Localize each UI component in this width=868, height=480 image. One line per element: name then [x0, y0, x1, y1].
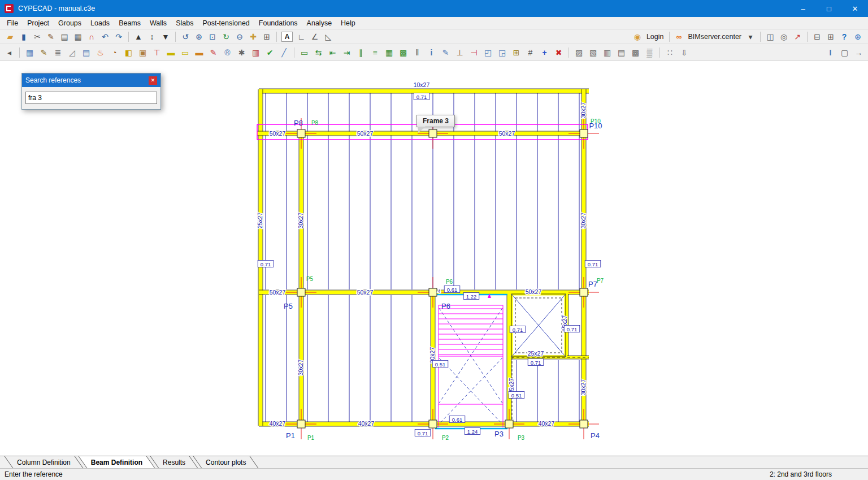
- window-config-icon[interactable]: ⊟: [810, 31, 824, 43]
- error-report-icon[interactable]: ▥: [249, 46, 263, 59]
- hatch-style-3-icon[interactable]: ▥: [600, 46, 614, 59]
- send-down-icon[interactable]: ⇩: [677, 46, 691, 59]
- save-icon[interactable]: ▮: [17, 31, 31, 43]
- menu-post-tensioned[interactable]: Post-tensioned: [198, 18, 254, 29]
- collapse-left-icon[interactable]: ◂: [2, 46, 16, 59]
- sheet-view-icon[interactable]: ▢: [837, 46, 852, 59]
- measure-angle-icon[interactable]: ∠: [308, 31, 322, 43]
- stair-tool-icon[interactable]: ≣: [51, 46, 65, 59]
- arc-beam-icon[interactable]: ◔: [107, 46, 121, 59]
- login-label[interactable]: Login: [646, 33, 664, 41]
- menu-slabs[interactable]: Slabs: [171, 18, 198, 29]
- cut-icon[interactable]: ✂: [31, 31, 44, 43]
- bars-icon[interactable]: ‖: [410, 46, 424, 59]
- hatch-style-2-icon[interactable]: ▧: [586, 46, 600, 59]
- zoom-window-icon[interactable]: ⊡: [206, 31, 219, 43]
- edit-panel-icon[interactable]: ✎: [439, 46, 453, 59]
- share-icon[interactable]: ↗: [791, 31, 804, 43]
- open-job-icon[interactable]: ▰: [3, 31, 17, 43]
- undo-icon[interactable]: ↶: [98, 31, 112, 43]
- redo-icon[interactable]: ↷: [112, 31, 125, 43]
- move-beam-icon[interactable]: ⇆: [311, 46, 326, 59]
- beam-definition-icon[interactable]: ▦: [23, 46, 37, 59]
- menu-walls[interactable]: Walls: [145, 18, 171, 29]
- login-icon[interactable]: ◉: [631, 31, 644, 43]
- frame-grid-icon[interactable]: ▦: [382, 46, 396, 59]
- check-beam-icon[interactable]: ✔: [263, 46, 277, 59]
- beam-table-icon[interactable]: ▤: [79, 46, 93, 59]
- zoom-previous-icon[interactable]: ↺: [179, 31, 192, 43]
- depth-tool-icon[interactable]: ⊥: [453, 46, 467, 59]
- group-up-icon[interactable]: ▲: [132, 31, 145, 43]
- tab-beam-definition[interactable]: Beam Definition: [81, 456, 153, 468]
- maximize-button[interactable]: □: [816, 0, 842, 17]
- web-help-icon[interactable]: ⊕: [851, 31, 865, 43]
- dropped-beam-icon[interactable]: ▭: [178, 46, 192, 59]
- panel-copy-icon[interactable]: ◲: [495, 46, 509, 59]
- new-window-icon[interactable]: ⊞: [824, 31, 837, 43]
- report-icon[interactable]: ▦: [71, 31, 85, 43]
- beam-info-icon[interactable]: ®: [220, 46, 235, 59]
- menu-project[interactable]: Project: [23, 18, 54, 29]
- export-model-icon[interactable]: ◫: [763, 31, 777, 43]
- bimserver-label[interactable]: BIMserver.center: [688, 33, 741, 41]
- group-down-icon[interactable]: ▼: [159, 31, 172, 43]
- drawing-canvas[interactable]: 10x2750x2750x2750x2750x2750x2750x2740x27…: [0, 61, 868, 456]
- next-panel-icon[interactable]: →: [852, 46, 866, 59]
- reference-tag-icon[interactable]: ◧: [121, 46, 136, 59]
- numbering-icon[interactable]: #: [523, 46, 537, 59]
- tab-contour-plots[interactable]: Contour plots: [196, 456, 256, 468]
- zoom-out-icon[interactable]: ⊖: [233, 31, 246, 43]
- hatch-style-5-icon[interactable]: ▩: [628, 46, 643, 59]
- search-reference-input[interactable]: [25, 92, 157, 104]
- join-beams-icon[interactable]: ≡: [368, 46, 382, 59]
- close-button[interactable]: ✕: [842, 0, 868, 17]
- text-icon[interactable]: A: [281, 32, 293, 42]
- hatch-style-1-icon[interactable]: ▨: [572, 46, 586, 59]
- full-view-icon[interactable]: ⊞: [260, 31, 274, 43]
- align-intrados-icon[interactable]: ⇤: [326, 46, 340, 59]
- redraw-icon[interactable]: ↻: [219, 31, 233, 43]
- t-section-icon[interactable]: ⊤: [150, 46, 164, 59]
- minimize-button[interactable]: –: [790, 0, 816, 17]
- panel-manager-icon[interactable]: ◰: [481, 46, 495, 59]
- view-model-icon[interactable]: ◎: [777, 31, 791, 43]
- zoom-in-icon[interactable]: ⊕: [192, 31, 206, 43]
- flat-beam-icon[interactable]: ▬: [164, 46, 178, 59]
- menu-file[interactable]: File: [2, 18, 23, 29]
- snap-magnet-icon[interactable]: ∩: [85, 31, 98, 43]
- bimserver-logo-icon[interactable]: ∞: [672, 31, 686, 43]
- sketch-line-icon[interactable]: ╱: [277, 46, 291, 59]
- align-extrados-icon[interactable]: ⇥: [340, 46, 354, 59]
- texture-icon[interactable]: ▒: [643, 46, 657, 59]
- tab-results[interactable]: Results: [153, 456, 196, 468]
- group-select-icon[interactable]: ↕: [145, 31, 159, 43]
- frame-hatch-icon[interactable]: ▩: [396, 46, 410, 59]
- assign-beam-icon[interactable]: ✎: [206, 46, 220, 59]
- print-icon[interactable]: ▤: [58, 31, 71, 43]
- material-icon[interactable]: ▣: [136, 46, 150, 59]
- delete-frame-icon[interactable]: ⊣: [467, 46, 481, 59]
- edit-beam-icon[interactable]: ✎: [37, 46, 51, 59]
- delete-element-icon[interactable]: ✖: [552, 46, 566, 59]
- sloped-beam-icon[interactable]: ◿: [65, 46, 79, 59]
- tab-column-definition[interactable]: Column Definition: [7, 456, 81, 468]
- edge-beam-icon[interactable]: ▬: [192, 46, 206, 59]
- brush-icon[interactable]: ✎: [44, 31, 58, 43]
- hatch-style-4-icon[interactable]: ▤: [614, 46, 628, 59]
- menu-loads[interactable]: Loads: [86, 18, 114, 29]
- menu-help[interactable]: Help: [336, 18, 360, 29]
- measure-length-icon[interactable]: ∟: [294, 31, 308, 43]
- dialog-title-bar[interactable]: Search references ✕: [22, 73, 160, 87]
- copy-floor-icon[interactable]: ⊞: [509, 46, 523, 59]
- analysis-icon[interactable]: ✱: [235, 46, 249, 59]
- add-element-icon[interactable]: +: [537, 46, 552, 59]
- measure-area-icon[interactable]: ◺: [322, 31, 335, 43]
- menu-groups[interactable]: Groups: [54, 18, 86, 29]
- enter-beam-icon[interactable]: ▭: [297, 46, 311, 59]
- dialog-close-button[interactable]: ✕: [149, 76, 157, 85]
- help-icon[interactable]: ?: [837, 31, 851, 43]
- menu-beams[interactable]: Beams: [114, 18, 145, 29]
- menu-foundations[interactable]: Foundations: [254, 18, 302, 29]
- dot-grid-icon[interactable]: ∷: [663, 46, 677, 59]
